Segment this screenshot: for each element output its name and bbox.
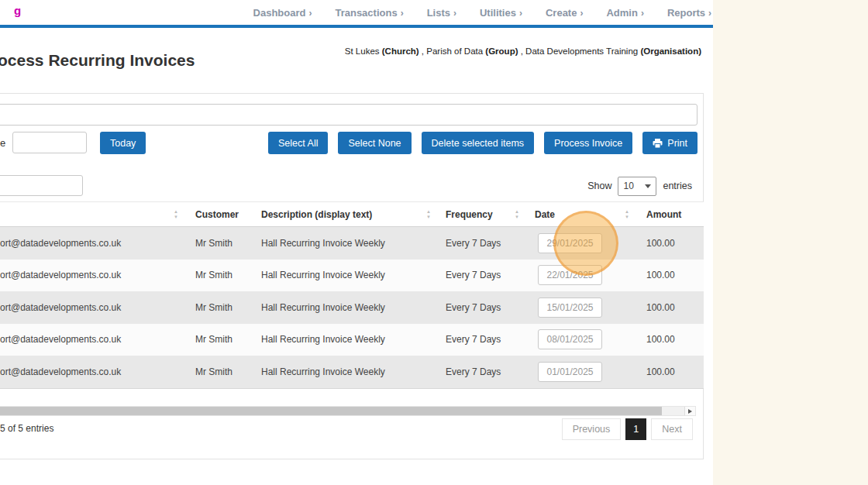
table-row[interactable]: ort@datadevelopments.co.uk Mr Smith Hall… [0, 356, 704, 388]
nav-item-label: Create [546, 7, 577, 19]
nav-lists[interactable]: Lists› [427, 7, 456, 19]
org-type: (Organisation) [640, 46, 701, 56]
email-cell: ort@datadevelopments.co.uk [0, 366, 121, 377]
nav-dashboard[interactable]: Dashboard› [253, 7, 312, 19]
page-size-value: 10 [623, 181, 633, 191]
org-type: (Church) [382, 46, 419, 56]
process-invoice-button[interactable]: Process Invoice [544, 132, 632, 154]
row-date-input[interactable] [538, 362, 602, 382]
date-column-sort-icon[interactable]: ▲▼ [625, 209, 629, 219]
amount-cell: 100.00 [646, 270, 675, 280]
customer-cell: Mr Smith [195, 302, 232, 313]
entries-label: entries [663, 181, 692, 191]
amount-cell: 100.00 [646, 334, 675, 345]
horizontal-scrollbar[interactable] [0, 406, 696, 416]
top-navigation: g Dashboard› Transactions› Lists› Utilit… [0, 0, 713, 25]
description-cell: Hall Recurring Invoice Weekly [261, 238, 385, 249]
table-row[interactable]: ort@datadevelopments.co.uk Mr Smith Hall… [0, 227, 704, 260]
today-button[interactable]: Today [100, 132, 146, 154]
page-size-select[interactable]: 10 [618, 177, 656, 196]
delete-selected-button[interactable]: Delete selected items [422, 132, 535, 154]
nav-item-label: Transactions [335, 7, 397, 19]
email-column-sort-icon[interactable]: ▲▼ [174, 209, 178, 219]
customer-cell: Mr Smith [195, 334, 232, 345]
dropdown-caret-icon: › [453, 8, 456, 19]
search-input[interactable] [0, 175, 83, 196]
date-column-header[interactable]: Date [535, 202, 555, 228]
frequency-cell: Every 7 Days [446, 270, 501, 280]
frequency-cell: Every 7 Days [446, 238, 501, 249]
org-name: Parish of Data [426, 46, 485, 56]
frequency-column-sort-icon[interactable]: ▲▼ [515, 209, 519, 219]
row-date-input[interactable] [538, 298, 602, 318]
nav-item-label: Reports [667, 7, 705, 19]
description-cell: Hall Recurring Invoice Weekly [261, 366, 385, 377]
brand-logo-fragment: g [14, 4, 21, 17]
row-date-input[interactable] [538, 233, 602, 253]
customer-column-header[interactable]: Customer [195, 202, 239, 228]
nav-admin[interactable]: Admin› [606, 7, 643, 19]
select-all-button[interactable]: Select All [268, 132, 328, 154]
description-cell: Hall Recurring Invoice Weekly [261, 270, 385, 280]
row-date-input[interactable] [538, 329, 602, 349]
sort-asc-icon: ▲ [426, 209, 431, 214]
description-column-sort-icon[interactable]: ▲▼ [426, 209, 431, 219]
nav-transactions[interactable]: Transactions› [335, 7, 403, 19]
filter-input[interactable] [0, 104, 698, 126]
row-date-input[interactable] [538, 265, 602, 285]
table-header: ▲▼ Customer Description (display text) ▲… [0, 201, 704, 227]
scrollbar-right-arrow[interactable] [684, 407, 695, 415]
right-arrow-icon [688, 409, 692, 414]
show-label: Show [587, 181, 611, 191]
email-cell: ort@datadevelopments.co.uk [0, 334, 121, 345]
separator: , [419, 46, 427, 56]
org-type: (Group) [485, 46, 518, 56]
print-button[interactable]: Print [642, 132, 698, 154]
select-chevron-icon [645, 184, 651, 188]
app-window: g Dashboard› Transactions› Lists› Utilit… [0, 0, 713, 485]
org-name: St Lukes [345, 46, 382, 56]
next-page-button[interactable]: Next [651, 418, 693, 440]
pagination: Previous 1 Next [562, 418, 693, 440]
description-column-header[interactable]: Description (display text) [261, 202, 372, 228]
frequency-cell: Every 7 Days [446, 334, 501, 345]
nav-item-label: Dashboard [253, 7, 306, 19]
dropdown-caret-icon: › [580, 8, 583, 19]
sort-asc-icon: ▲ [515, 209, 519, 214]
select-none-button[interactable]: Select None [338, 132, 411, 154]
scrollbar-thumb[interactable] [0, 407, 662, 415]
sort-desc-icon: ▼ [426, 215, 431, 219]
sort-asc-icon: ▲ [174, 209, 178, 214]
sort-asc-icon: ▲ [625, 209, 629, 214]
sort-desc-icon: ▼ [625, 215, 629, 219]
date-label-fragment: e [0, 137, 5, 149]
customer-cell: Mr Smith [195, 238, 232, 249]
table-row[interactable]: ort@datadevelopments.co.uk Mr Smith Hall… [0, 260, 704, 292]
dropdown-caret-icon: › [708, 8, 711, 19]
frequency-column-header[interactable]: Frequency [446, 202, 493, 228]
print-label: Print [667, 138, 687, 149]
table-row[interactable]: ort@datadevelopments.co.uk Mr Smith Hall… [0, 324, 704, 356]
table-body: ort@datadevelopments.co.uk Mr Smith Hall… [0, 227, 704, 389]
current-page-button[interactable]: 1 [625, 418, 646, 440]
actions-toolbar: Select All Select None Delete selected i… [268, 132, 698, 154]
customer-cell: Mr Smith [195, 270, 232, 280]
nav-reports[interactable]: Reports› [667, 7, 711, 19]
nav-utilities[interactable]: Utilities› [480, 7, 522, 19]
previous-page-button[interactable]: Previous [562, 418, 622, 440]
amount-column-header[interactable]: Amount [646, 202, 681, 228]
amount-cell: 100.00 [646, 302, 675, 313]
frequency-cell: Every 7 Days [446, 302, 501, 313]
nav-item-label: Utilities [480, 7, 516, 19]
date-filter-input[interactable] [12, 132, 87, 153]
nav-item-label: Admin [606, 7, 637, 19]
dropdown-caret-icon: › [401, 8, 404, 19]
printer-icon [653, 139, 663, 148]
separator: , [518, 46, 526, 56]
org-context: St Lukes (Church) , Parish of Data (Grou… [345, 46, 701, 56]
amount-cell: 100.00 [646, 238, 675, 249]
sort-desc-icon: ▼ [515, 215, 519, 219]
email-cell: ort@datadevelopments.co.uk [0, 238, 121, 249]
nav-create[interactable]: Create› [546, 7, 583, 19]
table-row[interactable]: ort@datadevelopments.co.uk Mr Smith Hall… [0, 291, 704, 324]
